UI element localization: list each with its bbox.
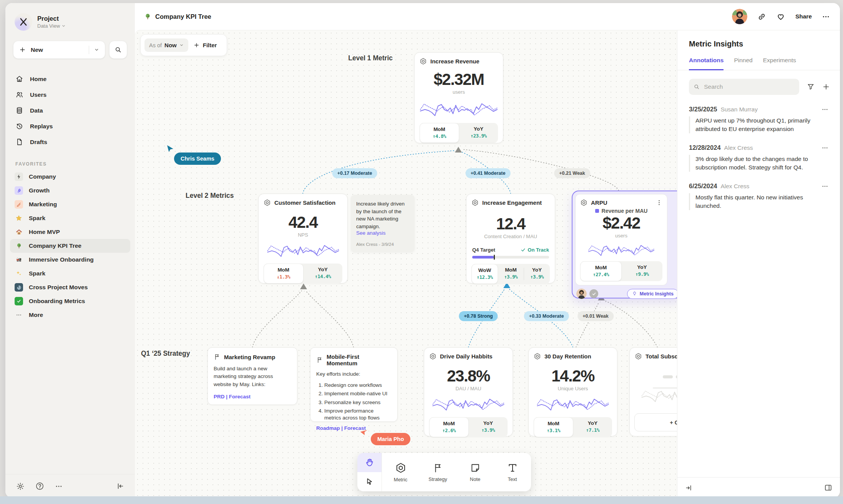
hand-tool-button[interactable] — [357, 453, 382, 472]
favorite-item-growth[interactable]: Growth — [10, 184, 130, 197]
metric-card-drive-daily-habbits[interactable]: Drive Daily Habbits 23.8% DAU / MAU MoM … — [424, 347, 513, 436]
favorite-item-spark-2[interactable]: Spark — [10, 267, 130, 280]
share-button[interactable]: Share — [795, 13, 812, 20]
metric-card-30-day-retention[interactable]: 30 Day Retention 14.2% Unique Users MoM … — [528, 347, 617, 436]
stat-mom[interactable]: MoM ↑3.1% — [534, 417, 573, 437]
filter-annotations-button[interactable] — [807, 83, 815, 91]
topbar-more-button[interactable] — [822, 13, 830, 21]
favorite-button[interactable] — [776, 12, 785, 21]
kebab-menu-icon[interactable] — [656, 199, 662, 206]
metric-insights-button[interactable]: Metric Insights — [627, 289, 677, 299]
sidebar-item-replays[interactable]: Replays — [10, 118, 130, 134]
strategy-tool-button[interactable]: Strategy — [419, 453, 456, 491]
avatar — [576, 288, 587, 299]
cursor-arrow-icon — [166, 144, 175, 153]
note-text: Increase likely driven by the launch of … — [356, 200, 409, 230]
settings-button[interactable] — [16, 482, 25, 491]
metric-card-customer-satisfaction[interactable]: Customer Satisfaction 42.4 NPS MoM ↓1.3%… — [258, 194, 348, 284]
stat-yoy[interactable]: YoY ↑3.9% — [524, 264, 550, 284]
text-tool-button[interactable]: Text — [494, 453, 531, 491]
annotation-author: Alex Cress — [720, 183, 749, 190]
text-icon — [507, 463, 518, 473]
connect-data-button[interactable]: + Connec — [634, 413, 677, 431]
new-button[interactable]: New — [13, 41, 105, 59]
metric-unit: DAU / MAU — [429, 386, 508, 391]
favorite-item-marketing[interactable]: Marketing — [10, 197, 130, 211]
sidebar-more-button[interactable] — [55, 482, 63, 490]
metric-card-total-subscriptions[interactable]: Total Subscript + Connec — [629, 347, 677, 436]
layout-columns-button[interactable] — [824, 484, 832, 492]
sidebar-search-button[interactable] — [109, 41, 127, 59]
annotation-menu-button[interactable] — [821, 183, 828, 190]
collapse-sidebar-button[interactable] — [116, 482, 124, 490]
project-switcher[interactable]: Project Data View — [5, 3, 135, 33]
as-of-selector[interactable]: As of Now — [144, 38, 188, 52]
sidebar-item-users[interactable]: Users — [10, 87, 130, 103]
favorite-item-home-mvp[interactable]: Home MVP — [10, 225, 130, 239]
project-view-selector[interactable]: Data View — [37, 23, 66, 29]
metric-card-increase-engagement[interactable]: Increase Engagement 12.4 Content Creatio… — [466, 194, 555, 284]
favorite-label: More — [29, 312, 43, 318]
metric-card-arpu-selected[interactable]: ARPU Revenue per MAU $2.42 users — [572, 191, 677, 298]
favorite-item-onboarding-metrics[interactable]: Onboarding Metrics — [10, 294, 130, 308]
annotation-item[interactable]: 12/28/2024 Alex Cress 3% drop likely due… — [677, 133, 840, 172]
add-annotation-button[interactable] — [822, 83, 830, 91]
favorite-item-immersive-onboarding[interactable]: Immersive Onboarding — [10, 253, 130, 267]
favorites-more-button[interactable]: More — [10, 308, 130, 322]
strategy-card-marketing-revamp[interactable]: Marketing Revamp Build and launch a new … — [207, 347, 297, 405]
stat-mom[interactable]: MoM ↑2.6% — [429, 417, 469, 437]
stat-yoy[interactable]: YoY ↑23.9% — [459, 123, 498, 143]
tab-experiments[interactable]: Experiments — [763, 57, 796, 70]
stat-yoy[interactable]: YoY ↑14.4% — [304, 264, 343, 284]
kpi-tree-canvas[interactable]: As of Now Filter Level 1 Metric — [135, 30, 677, 498]
stat-yoy[interactable]: YoY ↑3.9% — [469, 417, 508, 437]
strategy-links[interactable]: Roadmap | Forecast — [316, 425, 392, 431]
strategy-card-mobile-first-momentum[interactable]: Mobile-First Momentum Key efforts includ… — [310, 347, 398, 422]
sidebar-item-drafts[interactable]: Drafts — [10, 134, 130, 150]
stat-yoy[interactable]: YoY ↑7.1% — [573, 417, 612, 437]
metric-unit: NPS — [264, 232, 342, 238]
metric-hexagon-icon — [429, 353, 436, 360]
stat-mom[interactable]: MoM ↑3.9% — [498, 264, 524, 284]
annotations-search[interactable] — [689, 79, 799, 95]
note-tool-button[interactable]: Note — [456, 453, 494, 491]
annotation-menu-button[interactable] — [821, 144, 828, 151]
ellipsis-icon — [822, 13, 830, 21]
app-logo — [15, 13, 32, 31]
favorite-item-spark[interactable]: Spark — [10, 211, 130, 225]
collapse-panel-button[interactable] — [685, 484, 693, 492]
sidebar-item-data[interactable]: Data — [10, 103, 130, 118]
stat-yoy[interactable]: YoY ↑9.9% — [622, 261, 662, 281]
metric-tool-button[interactable]: Metric — [382, 453, 419, 491]
annotation-item[interactable]: 6/25/2024 Alex Cress Mostly flat this qu… — [677, 172, 840, 210]
see-analysis-link[interactable]: See analysis — [356, 230, 409, 236]
stat-mom[interactable]: MoM ↑4.8% — [420, 123, 459, 143]
metric-value: $2.42 — [580, 214, 662, 232]
stat-mom[interactable]: MoM ↓1.3% — [264, 264, 304, 284]
question-icon — [35, 482, 44, 491]
lightbulb-icon — [632, 291, 637, 296]
select-tool-button[interactable] — [357, 472, 382, 491]
chevron-down-icon[interactable] — [94, 47, 99, 52]
favorite-item-company-kpi-tree[interactable]: Company KPI Tree — [10, 239, 130, 253]
sidebar-item-home[interactable]: Home — [10, 71, 130, 87]
avatar[interactable] — [732, 9, 747, 24]
favorite-item-cross-project-moves[interactable]: Cross Project Moves — [10, 280, 130, 294]
tab-annotations[interactable]: Annotations — [689, 57, 724, 70]
stat-mom[interactable]: MoM ↑27.4% — [580, 261, 622, 281]
favorite-item-company[interactable]: Company — [10, 170, 130, 184]
copy-link-button[interactable] — [757, 12, 766, 21]
annotation-item[interactable]: 3/25/2025 Susan Murray ARPU went up 7% t… — [677, 95, 840, 133]
sidebar-nav: Home Users Data — [5, 62, 135, 150]
metric-value: 12.4 — [471, 215, 550, 233]
metric-card-increase-revenue[interactable]: Increase Revenue $2.32M users MoM ↑4.8% … — [414, 52, 503, 143]
collapse-right-icon — [685, 484, 693, 492]
filter-button[interactable]: Filter — [191, 42, 220, 48]
annotation-menu-button[interactable] — [821, 106, 828, 113]
annotation-note-card[interactable]: Increase likely driven by the launch of … — [351, 195, 415, 252]
help-button[interactable] — [35, 482, 44, 491]
search-input[interactable] — [703, 83, 795, 91]
tab-pinned[interactable]: Pinned — [734, 57, 752, 70]
strategy-links[interactable]: PRD | Forecast — [214, 394, 291, 400]
stat-wow[interactable]: WoW ↑12.3% — [471, 264, 498, 284]
